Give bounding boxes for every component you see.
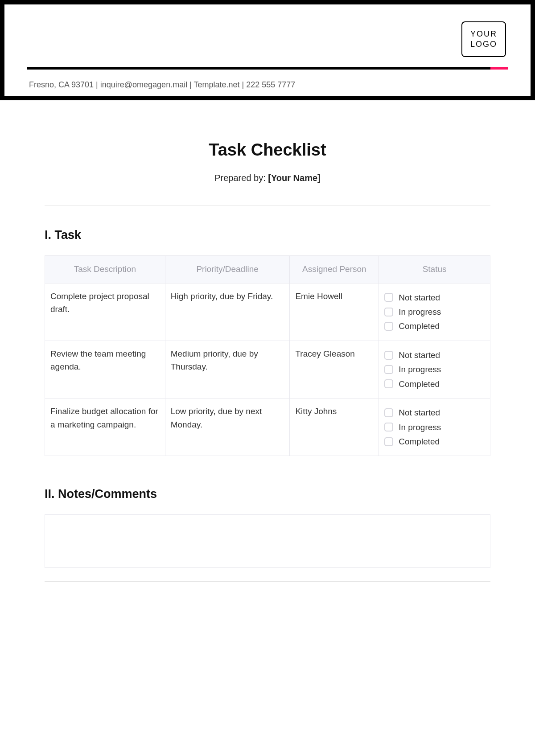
section-notes-heading: II. Notes/Comments [45, 487, 490, 501]
cell-status: Not started In progress Completed [379, 341, 490, 398]
checkbox-icon[interactable] [384, 423, 393, 431]
status-label: In progress [399, 305, 441, 318]
prepared-by-line: Prepared by: [Your Name] [45, 173, 490, 183]
cell-assigned: Emie Howell [290, 283, 379, 341]
logo-placeholder: YOUR LOGO [461, 21, 506, 57]
page-title: Task Checklist [45, 140, 490, 160]
cell-desc: Review the team meeting agenda. [45, 341, 165, 398]
checkbox-icon[interactable] [384, 322, 393, 331]
cell-priority: Medium priority, due by Thursday. [165, 341, 290, 398]
notes-input-area[interactable] [45, 514, 490, 568]
cell-priority: High priority, due by Friday. [165, 283, 290, 341]
table-row: Finalize budget allocation for a marketi… [45, 399, 490, 456]
header-frame: YOUR LOGO Fresno, CA 93701 | inquire@ome… [0, 0, 535, 100]
checkbox-icon[interactable] [384, 365, 393, 374]
document-body: Task Checklist Prepared by: [Your Name] … [0, 100, 535, 582]
contact-info: Fresno, CA 93701 | inquire@omegagen.mail… [29, 80, 295, 90]
prepared-by-label: Prepared by: [214, 173, 268, 183]
checkbox-icon[interactable] [384, 408, 393, 417]
checkbox-icon[interactable] [384, 308, 393, 316]
cell-desc: Finalize budget allocation for a marketi… [45, 399, 165, 456]
logo-text-1: YOUR [470, 29, 497, 38]
section-task-heading: I. Task [45, 228, 490, 242]
status-label: Completed [399, 435, 440, 448]
task-table: Task Description Priority/Deadline Assig… [45, 255, 490, 456]
col-header-priority: Priority/Deadline [165, 256, 290, 284]
col-header-status: Status [379, 256, 490, 284]
col-header-assigned: Assigned Person [290, 256, 379, 284]
table-row: Review the team meeting agenda. Medium p… [45, 341, 490, 398]
col-header-desc: Task Description [45, 256, 165, 284]
status-label: In progress [399, 421, 441, 434]
status-label: Not started [399, 406, 440, 419]
cell-desc: Complete project proposal draft. [45, 283, 165, 341]
cell-status: Not started In progress Completed [379, 399, 490, 456]
status-label: Completed [399, 320, 440, 333]
header-divider [27, 67, 508, 70]
checkbox-icon[interactable] [384, 351, 393, 360]
checkbox-icon[interactable] [384, 379, 393, 388]
divider [45, 205, 490, 206]
checkbox-icon[interactable] [384, 437, 393, 446]
cell-status: Not started In progress Completed [379, 283, 490, 341]
status-label: Not started [399, 291, 440, 304]
table-row: Complete project proposal draft. High pr… [45, 283, 490, 341]
cell-assigned: Kitty Johns [290, 399, 379, 456]
status-label: Not started [399, 349, 440, 362]
checkbox-icon[interactable] [384, 293, 393, 302]
cell-priority: Low priority, due by next Monday. [165, 399, 290, 456]
logo-text-2: LOGO [470, 40, 497, 49]
cell-assigned: Tracey Gleason [290, 341, 379, 398]
status-label: Completed [399, 378, 440, 390]
prepared-by-value: [Your Name] [268, 173, 320, 183]
divider [45, 581, 490, 582]
status-label: In progress [399, 363, 441, 376]
